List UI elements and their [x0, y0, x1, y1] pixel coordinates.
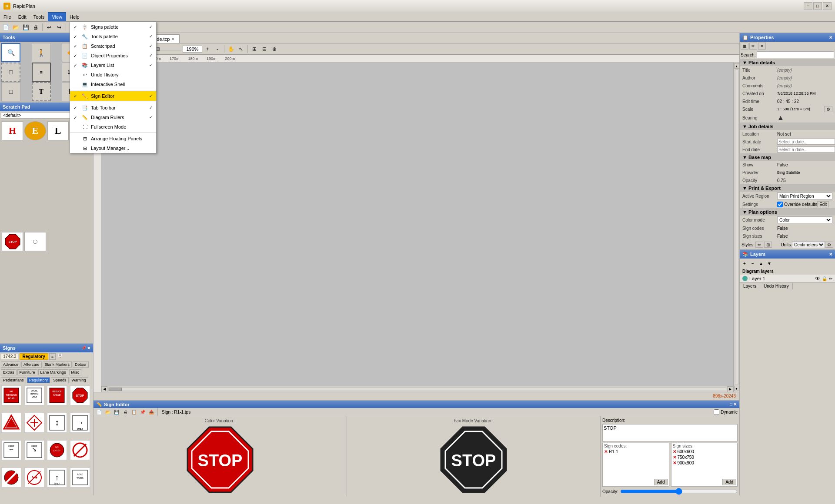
select-tool-button[interactable]: 🔍 — [1, 43, 20, 62]
h-scrollbar-track[interactable] — [108, 388, 726, 391]
code-remove-r1[interactable]: ✕ — [604, 449, 608, 454]
filter-lane[interactable]: Lane Markings — [38, 369, 68, 375]
rectangle-tool-button[interactable]: □ — [1, 63, 20, 82]
layer-1-visible-icon[interactable]: 👁 — [815, 275, 820, 282]
prop-enddate-input[interactable] — [777, 146, 835, 153]
sign-stop-red[interactable]: STOP — [70, 385, 90, 405]
dd-object-props[interactable]: ✓ 📄 Object Properties ✓ — [70, 51, 156, 60]
bottom-tab-undo[interactable]: Undo History — [760, 283, 793, 289]
filter-blank[interactable]: Blank Markers — [43, 361, 72, 368]
maximize-button[interactable]: □ — [813, 2, 822, 10]
units-settings-btn[interactable]: ⚙ — [825, 242, 833, 248]
sign-local-traffic[interactable]: LOCAL TRAFFIC ONLY — [24, 385, 44, 405]
prop-settings-edit-button[interactable]: Edit — [817, 201, 829, 207]
grid-button[interactable]: ⊞ — [250, 44, 259, 54]
pan-button[interactable]: ✋ — [226, 44, 236, 54]
properties-close-icon[interactable]: ✕ — [829, 35, 832, 40]
styles-btn2[interactable]: ⊞ — [764, 242, 772, 248]
menu-edit[interactable]: Edit — [15, 12, 30, 21]
dd-sign-editor[interactable]: ✓ ✏️ Sign Editor ✓ — [70, 91, 156, 101]
dd-interactive-shell[interactable]: 💻 Interactive Shell — [70, 80, 156, 89]
h-scroll[interactable]: ◀ ▶ — [101, 386, 733, 392]
scratch-item-circle[interactable]: ○ — [24, 232, 46, 251]
dd-arrange-panels[interactable]: ⊞ Arrange Floating Panels — [70, 134, 156, 143]
sign-road-work[interactable]: ROAD WORK — [70, 468, 90, 487]
filter-advance[interactable]: Advance — [1, 361, 20, 368]
scratch-item-stop[interactable]: STOP — [2, 232, 23, 251]
sign-diamond[interactable] — [24, 413, 44, 433]
pedestrian-tool-button[interactable]: 🚶 — [32, 43, 51, 62]
sign-reduce-speed[interactable]: REDUCE SPEED — [47, 385, 67, 405]
layers-del-button[interactable]: − — [749, 259, 757, 267]
prop-settings-checkbox[interactable] — [777, 202, 783, 207]
menu-file[interactable]: File — [0, 12, 15, 21]
print-button[interactable]: 🖨 — [31, 23, 40, 32]
sign-no-entry[interactable]: NO ENTRY — [47, 440, 67, 460]
add-size-button[interactable]: Add — [722, 479, 736, 485]
prop-tab-3[interactable]: ≡ — [758, 43, 766, 50]
sign-only-right[interactable]: → ONLY — [70, 413, 90, 433]
sign-give-way[interactable] — [1, 413, 21, 433]
v-scroll[interactable]: ▲ ▼ — [733, 63, 739, 392]
se-copy-button[interactable]: 📋 — [130, 408, 138, 416]
dd-tools-palette[interactable]: ✓ 🔧 Tools palette ✓ — [70, 32, 156, 41]
prop-startdate-input[interactable] — [777, 139, 835, 145]
search-input[interactable] — [757, 51, 834, 58]
dd-undo-history[interactable]: ↩ Undo History — [70, 70, 156, 80]
h-scrollbar-thumb[interactable] — [109, 388, 122, 391]
se-save-button[interactable]: 💾 — [113, 408, 120, 416]
sign-arrows-up[interactable]: ↕ — [47, 413, 67, 433]
plan-details-header[interactable]: ▼ Plan details — [740, 59, 835, 66]
sign-no-circle[interactable] — [1, 468, 21, 487]
sign-keep-left[interactable]: KEEP ← — [1, 440, 21, 460]
save-button[interactable]: 💾 — [21, 23, 30, 32]
sign-description-box[interactable]: STOP — [602, 424, 738, 441]
zoom-display[interactable]: 190% — [183, 46, 202, 53]
box-tool-button[interactable]: □ — [1, 82, 20, 101]
sign-no-through[interactable]: NO THROUGH ROAD — [1, 385, 21, 405]
size-remove-600[interactable]: ✕ — [673, 449, 676, 454]
scroll-up-button[interactable]: ▲ — [734, 63, 739, 69]
filter-extras[interactable]: Extras — [1, 369, 17, 375]
layers-down-button[interactable]: ▼ — [765, 259, 773, 267]
layers-close-icon[interactable]: ✕ — [829, 252, 832, 257]
filter-warning[interactable]: Warning — [70, 377, 88, 383]
open-button[interactable]: 📂 — [11, 23, 20, 32]
bottom-tab-layers[interactable]: Layers — [740, 283, 760, 289]
scroll-down-button[interactable]: ▼ — [734, 386, 739, 391]
filter-detour[interactable]: Detour — [73, 361, 89, 368]
sign-arrow-up[interactable]: ↑ ONLY — [47, 468, 67, 487]
dd-fullscreen[interactable]: ⛶ Fullscreen Mode — [70, 122, 156, 132]
dd-layout-manager[interactable]: ⊟ Layout Manager... — [70, 143, 156, 153]
plan-options-header[interactable]: ▼ Plan options — [740, 209, 835, 216]
scroll-left-button[interactable]: ◀ — [101, 386, 107, 392]
sign-circle-line[interactable] — [70, 440, 90, 460]
text-lines-tool-button[interactable]: ≡ — [32, 63, 51, 82]
se-export-button[interactable]: 📤 — [147, 408, 155, 416]
filter-aftercare[interactable]: Aftercare — [21, 361, 42, 368]
dd-tab-toolbar[interactable]: ✓ 📑 Tab Toolbar ✓ — [70, 103, 156, 113]
snap-button[interactable]: ⊕ — [270, 44, 279, 54]
scroll-right-button[interactable]: ▶ — [727, 386, 733, 392]
signs-filter-btn[interactable]: ≡ — [49, 353, 56, 360]
se-dynamic-checkbox[interactable] — [714, 409, 719, 415]
size-remove-900[interactable]: ✕ — [673, 461, 676, 465]
menu-tools[interactable]: Tools — [30, 12, 48, 21]
minimize-button[interactable]: − — [804, 2, 812, 10]
sign-editor-maximize-icon[interactable]: □ — [730, 402, 732, 407]
prop-tab-1[interactable]: ▦ — [741, 43, 748, 50]
scratch-item-h[interactable]: H — [2, 121, 23, 140]
redo-button[interactable]: ↪ — [54, 23, 64, 32]
se-paste-button[interactable]: 📌 — [139, 408, 147, 416]
close-button[interactable]: ✕ — [823, 2, 832, 10]
layer-row-1[interactable]: Layer 1 👁 🔓 ✏ — [740, 275, 835, 282]
zoom-out-button[interactable]: - — [213, 44, 222, 54]
scratch-item-l[interactable]: L — [47, 121, 69, 140]
canvas-area[interactable] — [101, 63, 733, 386]
filter-regulatory[interactable]: Regulatory — [27, 377, 50, 383]
dd-diagram-rulers[interactable]: ✓ 📏 Diagram Rulers ✓ — [70, 113, 156, 122]
prop-colormode-select[interactable]: Color — [777, 216, 832, 223]
add-code-button[interactable]: Add — [654, 479, 668, 485]
sign-no-turn[interactable]: ↪ — [24, 468, 44, 487]
text-tool-button[interactable]: T — [32, 82, 51, 101]
